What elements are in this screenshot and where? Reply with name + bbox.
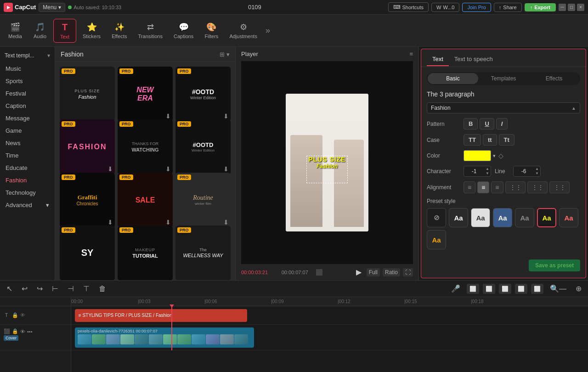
- align-vert1-button[interactable]: ⋮⋮: [505, 181, 526, 193]
- media-btn-audio[interactable]: 🎵 Audio: [28, 19, 51, 42]
- export-button[interactable]: ↑ Export: [525, 3, 556, 11]
- align-vert2-button[interactable]: ⋮⋮: [527, 181, 548, 193]
- template-card-12[interactable]: PRO The WELLNESS WAY: [175, 225, 231, 280]
- underline-button[interactable]: U: [480, 118, 494, 130]
- tab-text[interactable]: Text: [427, 53, 449, 66]
- template-filter-button[interactable]: ⊞ ▾: [220, 51, 230, 58]
- join-pro-button[interactable]: Join Pro: [462, 3, 491, 12]
- menu-button[interactable]: Menu ▾: [39, 3, 65, 12]
- sub-tab-templates[interactable]: Templates: [478, 73, 529, 84]
- track-btn-2[interactable]: ⬜: [483, 284, 495, 294]
- media-btn-text[interactable]: T Text: [53, 19, 76, 43]
- sidebar-item-festival[interactable]: Festival: [0, 87, 55, 100]
- share-button[interactable]: ↑ Share: [494, 3, 522, 12]
- eye-icon-2[interactable]: 👁: [20, 329, 25, 334]
- save-preset-button[interactable]: Save as preset: [529, 259, 580, 271]
- mic-button[interactable]: 🎤: [448, 282, 463, 295]
- color-swatch[interactable]: [464, 150, 491, 161]
- line-down-arrow[interactable]: ▼: [534, 171, 540, 176]
- download-icon[interactable]: ⬇: [223, 113, 229, 120]
- fullscreen-button[interactable]: ⛶: [403, 268, 413, 276]
- text-clip[interactable]: ≡ STYLING TIPS FOR / PLUS SIZE / Fashion: [75, 309, 247, 322]
- italic-button[interactable]: I: [496, 118, 508, 130]
- maximize-button[interactable]: □: [568, 4, 575, 11]
- template-card-3[interactable]: PRO #OOTD Winter Edition ⬇: [175, 67, 231, 122]
- tab-tts[interactable]: Text to speech: [449, 53, 498, 66]
- template-card-6[interactable]: PRO #OOTD Winter Edition ⬇: [175, 119, 231, 175]
- sidebar-collapse-icon[interactable]: ▾: [47, 52, 50, 59]
- character-input[interactable]: -1 ▲ ▼: [464, 166, 491, 177]
- close-button[interactable]: ×: [577, 4, 584, 11]
- template-card-4[interactable]: PRO FASHION ⬇: [60, 119, 115, 175]
- media-btn-transitions[interactable]: ⇄ Transitions: [134, 19, 167, 42]
- color-dropdown-arrow[interactable]: ▾: [493, 153, 496, 159]
- sidebar-item-educate[interactable]: Educate: [0, 162, 55, 174]
- preset-4-button[interactable]: Aa: [515, 208, 534, 227]
- media-btn-captions[interactable]: 💬 Captions: [169, 19, 198, 42]
- shortcuts-button[interactable]: ⌨ Shortcuts: [388, 2, 429, 12]
- case-titlecase-button[interactable]: Tt: [499, 134, 514, 146]
- preset-1-button[interactable]: Aa: [449, 208, 468, 227]
- media-btn-adjustments[interactable]: ⚙ Adjustments: [225, 19, 262, 42]
- template-card-2[interactable]: PRO NEWERA ⬇: [118, 67, 173, 122]
- preset-6-button[interactable]: Aa: [559, 208, 578, 227]
- download-icon[interactable]: ⬇: [107, 165, 113, 173]
- sidebar-item-caption[interactable]: Caption: [0, 100, 55, 112]
- preset-7-button[interactable]: Aa: [427, 230, 446, 249]
- download-icon[interactable]: ⬇: [223, 165, 229, 173]
- toolbar-more-button[interactable]: »: [264, 24, 272, 37]
- more-icon[interactable]: •••: [27, 329, 33, 334]
- download-icon[interactable]: ⬇: [107, 219, 113, 226]
- lock-icon[interactable]: 🔒: [12, 312, 18, 318]
- sidebar-item-fashion[interactable]: Fashion: [0, 174, 55, 186]
- track-btn-5[interactable]: ⬜: [531, 284, 543, 294]
- undo-button[interactable]: ↩: [19, 282, 30, 295]
- template-card-10[interactable]: PRO SY: [60, 225, 115, 280]
- zoom-control[interactable]: 🔍―: [547, 282, 569, 295]
- align-center-button[interactable]: ≡: [477, 181, 489, 193]
- download-icon[interactable]: ⬇: [165, 113, 171, 120]
- sidebar-item-technology[interactable]: Technology: [0, 186, 55, 199]
- split-button-2[interactable]: ⊣: [65, 282, 77, 295]
- preset-5-button[interactable]: Aa: [537, 208, 556, 227]
- full-button[interactable]: Full: [367, 268, 380, 276]
- font-dropdown[interactable]: Fashion ▲: [427, 102, 580, 113]
- case-uppercase-button[interactable]: TT: [464, 134, 481, 146]
- sidebar-item-time[interactable]: Time: [0, 149, 55, 162]
- download-icon[interactable]: ⬇: [223, 219, 229, 226]
- lock-icon-2[interactable]: 🔒: [12, 328, 18, 334]
- case-lowercase-button[interactable]: tt: [483, 134, 497, 146]
- align-vert3-button[interactable]: ⋮⋮: [549, 181, 570, 193]
- split-button-3[interactable]: ⊤: [80, 282, 92, 295]
- line-input[interactable]: -6 ▲ ▼: [513, 166, 541, 177]
- keyframe-diamond-icon[interactable]: ◇: [498, 152, 503, 159]
- split-button-1[interactable]: ⊢: [49, 282, 61, 295]
- sub-tab-effects[interactable]: Effects: [529, 73, 579, 84]
- video-clip[interactable]: pexels-olia-danilevich-7726351 00:00:07:…: [75, 327, 254, 348]
- delete-button[interactable]: 🗑: [96, 283, 109, 295]
- sidebar-item-news[interactable]: News: [0, 137, 55, 149]
- download-icon[interactable]: ⬇: [165, 165, 171, 173]
- media-btn-stickers[interactable]: ⭐ Stickers: [78, 19, 105, 42]
- align-right-button[interactable]: ≡: [491, 181, 503, 193]
- template-card-8[interactable]: PRO SALE ⬇: [118, 173, 173, 228]
- redo-button[interactable]: ↪: [34, 282, 45, 295]
- line-up-arrow[interactable]: ▲: [534, 167, 540, 171]
- fit-button[interactable]: ⊕: [573, 282, 584, 295]
- play-button[interactable]: ▶: [356, 268, 362, 276]
- media-btn-effects[interactable]: ✨ Effects: [107, 19, 131, 42]
- template-card-11[interactable]: PRO MAKEUP TUTORIAL: [118, 225, 173, 280]
- workspace-button[interactable]: W W...0: [431, 3, 459, 12]
- template-card-7[interactable]: PRO Graffiti Chronicles ⬇: [60, 173, 115, 228]
- preset-3-button[interactable]: Aa: [493, 208, 512, 227]
- align-left-button[interactable]: ≡: [464, 181, 475, 193]
- sidebar-item-game[interactable]: Game: [0, 124, 55, 137]
- download-icon[interactable]: ⬇: [165, 219, 171, 226]
- ratio-button[interactable]: Ratio: [383, 268, 400, 276]
- sidebar-item-message[interactable]: Message: [0, 112, 55, 124]
- template-card-1[interactable]: PRO PLUS SIZE Fashion: [60, 67, 115, 122]
- char-down-arrow[interactable]: ▼: [484, 171, 491, 176]
- bold-button[interactable]: B: [464, 118, 478, 130]
- media-btn-media[interactable]: 🎬 Media: [4, 19, 27, 42]
- player-menu-icon[interactable]: ≡: [409, 51, 413, 57]
